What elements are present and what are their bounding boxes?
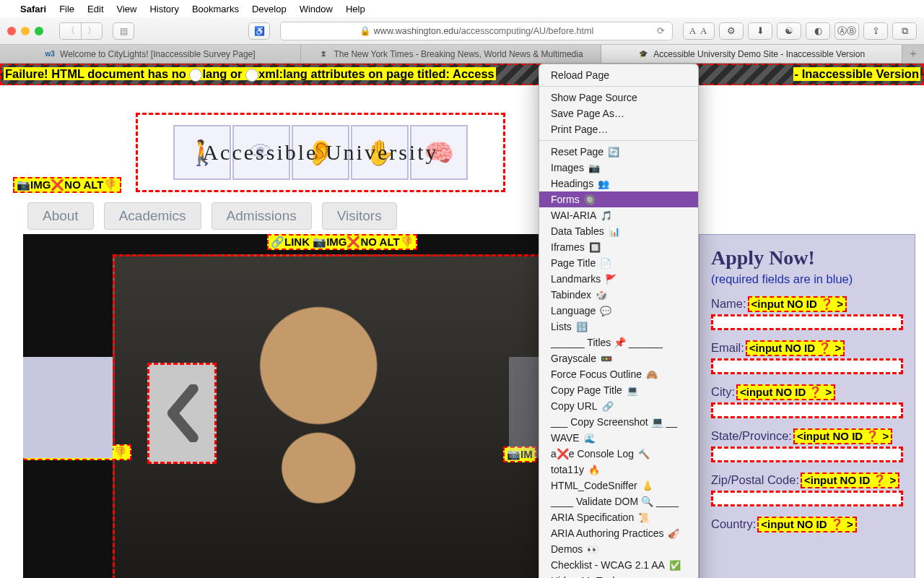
ctx-tool-copy-url[interactable]: Copy URL🔗	[539, 398, 698, 414]
reader-text-size-button[interactable]: A A	[683, 22, 715, 40]
menu-bookmarks[interactable]: Bookmarks	[192, 4, 239, 14]
tab-accessible-university[interactable]: 🎓 Accessible University Demo Site - Inac…	[601, 45, 902, 63]
address-bar[interactable]: 🔒 www.washington.edu/accesscomputing/AU/…	[280, 22, 673, 40]
ctx-tool-headings[interactable]: Headings👥	[539, 176, 698, 191]
ctx-tool-forms[interactable]: Forms🔘	[539, 191, 698, 207]
accessibility-toolbar-icon[interactable]: ♿	[248, 22, 270, 40]
ctx-show-page-source[interactable]: Show Page Source	[539, 90, 698, 105]
close-window-button[interactable]	[7, 27, 16, 35]
ctx-tool-label: Language	[551, 305, 596, 316]
ctx-tool-aria-authoring-practices[interactable]: ARIA Authoring Practices🎻	[539, 525, 698, 541]
input-name[interactable]	[711, 314, 903, 330]
menu-window[interactable]: Window	[300, 4, 333, 14]
menu-develop[interactable]: Develop	[252, 4, 287, 14]
w3c-favicon-icon: w3	[45, 49, 55, 59]
ctx-tool-label: Data Tables	[551, 225, 604, 237]
ctx-tool-emoji-icon: 🔗	[602, 401, 614, 412]
ctx-tool-emoji-icon: 🔨	[638, 449, 650, 460]
ctx-tool-reset-page[interactable]: Reset Page🔄	[539, 144, 698, 160]
toolbar-right-group: A A ⚙︎ ⬇︎ ☯ ◐ ⒶⒷ ⇪ ⧉	[683, 22, 917, 40]
ctx-tool-grayscale[interactable]: Grayscale🚥	[539, 350, 698, 366]
ctx-tool-landmarks[interactable]: Landmarks🚩	[539, 271, 698, 287]
extension3-adblock-icon[interactable]: ⒶⒷ	[834, 22, 859, 40]
menu-view[interactable]: View	[117, 4, 137, 14]
tab-label: The New York Times - Breaking News, Worl…	[334, 49, 583, 59]
ctx-tool-wave[interactable]: WAVE🌊	[539, 430, 698, 446]
a11y-failure-banner: Failure! HTML document has no lang or xm…	[0, 64, 924, 85]
ctx-tool-emoji-icon: 🔄	[608, 147, 619, 158]
ctx-tool-hide-a11ytools[interactable]: Hide a11yTools	[539, 573, 698, 578]
ctx-tool-label: HTML_CodeSniffer	[551, 480, 637, 491]
ctx-tool-html-codesniffer[interactable]: HTML_CodeSniffer👃	[539, 478, 698, 493]
nav-academics[interactable]: Academics	[104, 202, 201, 230]
preferences-gear-icon[interactable]: ⚙︎	[719, 22, 744, 40]
forward-button[interactable]: 〉	[81, 22, 103, 40]
ctx-tool-tabindex[interactable]: Tabindex🎲	[539, 287, 698, 303]
ctx-tool-copy-page-title[interactable]: Copy Page Title💻	[539, 382, 698, 398]
ctx-tool-emoji-icon: 💬	[600, 306, 611, 316]
nav-admissions[interactable]: Admissions	[212, 202, 312, 230]
ctx-tool-lists[interactable]: Lists🔢	[539, 319, 698, 335]
site-logo-image[interactable]: 🚶 👁 👂 ✋ 🧠 Accessible University	[136, 113, 505, 192]
sidebar-toggle-button[interactable]: ▤	[113, 22, 134, 40]
extension1-icon[interactable]: ☯	[777, 22, 801, 40]
ctx-tool-force-focus-outline[interactable]: Force Focus Outline🙈	[539, 366, 698, 382]
error-badge-input-no-id: <input NO ID ❓ >	[793, 428, 892, 444]
ctx-tool-emoji-icon: 🔘	[584, 194, 596, 205]
ctx-tool-data-tables[interactable]: Data Tables📊	[539, 223, 698, 239]
back-button[interactable]: 〈	[59, 22, 81, 40]
menu-edit[interactable]: Edit	[87, 4, 103, 14]
menu-help[interactable]: Help	[346, 4, 365, 14]
tab-citylights[interactable]: w3 Welcome to CityLights! [Inaccessible …	[0, 45, 301, 63]
error-badge-link-img-no-alt: 🔗LINK 📷IMG❌NO ALT👎	[267, 234, 417, 250]
error-badge-input-no-id: <input NO ID ❓ >	[746, 340, 845, 356]
show-tabs-button[interactable]: ⧉	[892, 22, 917, 40]
menu-history[interactable]: History	[149, 4, 178, 14]
new-tab-button[interactable]: ＋	[902, 45, 924, 63]
tab-nyt[interactable]: 𝕿 The New York Times - Breaking News, Wo…	[301, 45, 602, 63]
ctx-print-page[interactable]: Print Page…	[539, 121, 698, 137]
ctx-tool-checklist-wcag-2-1-aa[interactable]: Checklist - WCAG 2.1 AA✅	[539, 557, 698, 573]
extension2-icon[interactable]: ◐	[806, 22, 830, 40]
label-zip: Zip/Postal Code:	[711, 473, 799, 486]
ctx-tool-titles[interactable]: ______ Titles 📌 ______	[539, 335, 698, 350]
share-button[interactable]: ⇪	[863, 22, 888, 40]
minimize-window-button[interactable]	[21, 27, 30, 35]
carousel-prev-button[interactable]	[147, 363, 217, 464]
apply-now-form: Apply Now! (required fields are in blue)…	[699, 234, 915, 578]
ctx-tool-tota11y[interactable]: tota11y🔥	[539, 462, 698, 478]
zoom-window-button[interactable]	[35, 27, 43, 35]
ctx-tool-validate-dom[interactable]: ____ Validate DOM 🔍 ____	[539, 493, 698, 509]
ctx-tool-label: Grayscale	[551, 353, 596, 364]
ctx-tool-label: Force Focus Outline	[551, 368, 642, 380]
tab-label: Welcome to CityLights! [Inaccessible Sur…	[60, 49, 256, 59]
carousel-prev-thumb	[23, 357, 113, 458]
ctx-tool-emoji-icon: 👀	[587, 544, 598, 555]
menubar-app[interactable]: Safari	[20, 4, 46, 14]
ctx-tool-iframes[interactable]: Iframes🔲	[539, 239, 698, 255]
reload-icon[interactable]: ⟳	[657, 25, 665, 36]
input-zip[interactable]	[711, 491, 903, 506]
nav-about[interactable]: About	[27, 202, 94, 230]
ctx-tool-wai-aria[interactable]: WAI-ARIA🎵	[539, 207, 698, 223]
downloads-icon[interactable]: ⬇︎	[748, 22, 772, 40]
ctx-tool-demos[interactable]: Demos👀	[539, 541, 698, 557]
ctx-save-page-as[interactable]: Save Page As…	[539, 105, 698, 121]
ctx-tool-aria-specification[interactable]: ARIA Specification📜	[539, 509, 698, 525]
label-city: City:	[711, 385, 735, 398]
menu-file[interactable]: File	[59, 4, 74, 14]
ctx-tool-page-title[interactable]: Page Title📄	[539, 255, 698, 271]
ctx-tool-images[interactable]: Images📷	[539, 160, 698, 176]
ctx-tool-copy-screenshot[interactable]: ___ Copy Screenshot 💻 __	[539, 414, 698, 430]
input-email[interactable]	[711, 358, 903, 374]
input-state[interactable]	[711, 447, 903, 462]
ctx-reload-page[interactable]: Reload Page	[539, 67, 698, 83]
failure-text-right: - Inaccessible Version	[793, 67, 920, 81]
label-country: Country:	[711, 517, 756, 530]
nav-visitors[interactable]: Visitors	[322, 202, 397, 230]
ctx-tool-language[interactable]: Language💬	[539, 303, 698, 319]
ctx-tool-emoji-icon: 🎲	[596, 290, 607, 301]
ctx-tool-a-e-console-log[interactable]: a❌e Console Log🔨	[539, 446, 698, 462]
ctx-tool-label: tota11y	[551, 464, 584, 475]
input-city[interactable]	[711, 402, 903, 418]
